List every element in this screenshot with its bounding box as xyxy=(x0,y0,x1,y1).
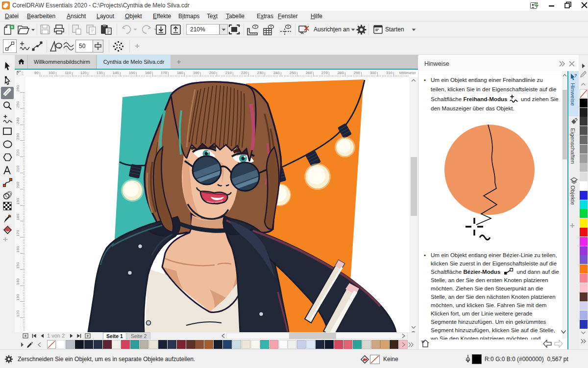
svg-text:?: ? xyxy=(574,73,577,78)
